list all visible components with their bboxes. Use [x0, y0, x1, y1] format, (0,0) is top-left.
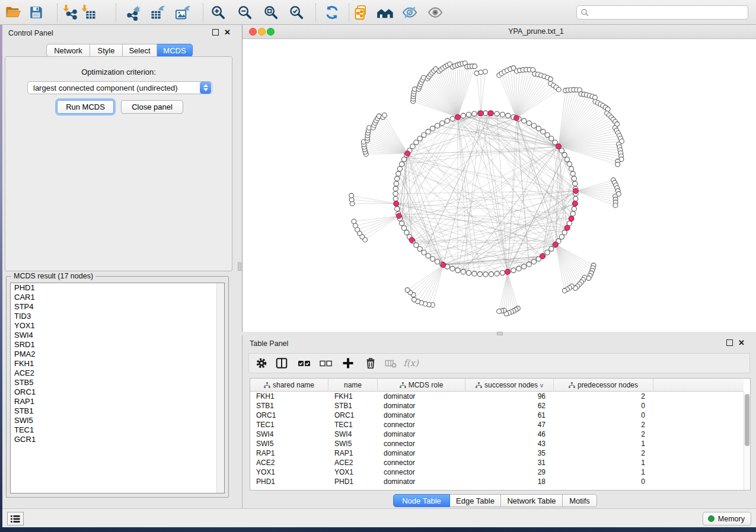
float-panel-icon[interactable]	[212, 29, 219, 36]
column-header[interactable]: predecessor nodes	[554, 379, 653, 392]
close-panel-icon[interactable]: ✕	[738, 339, 745, 346]
search-input[interactable]	[589, 8, 748, 17]
tab-edge-table[interactable]: Edge Table	[450, 494, 501, 507]
table-row[interactable]: SWI4SWI4dominator462	[250, 430, 744, 439]
network-canvas[interactable]	[243, 39, 756, 332]
search-field[interactable]	[576, 5, 748, 20]
columns-icon[interactable]	[273, 355, 291, 371]
refresh-icon[interactable]	[322, 3, 342, 22]
list-item[interactable]: RAP1	[11, 397, 224, 406]
show-eye-icon[interactable]	[425, 3, 445, 22]
table-cell: 29	[465, 467, 554, 477]
trash-icon[interactable]	[362, 355, 379, 371]
table-cell: 2	[554, 392, 653, 401]
table-cell: 43	[465, 439, 554, 448]
export-image-icon[interactable]	[173, 3, 193, 22]
table-cell: connector	[378, 458, 465, 467]
table-row[interactable]: STB1STB1dominator620	[250, 401, 744, 411]
attribute-type-icon	[569, 382, 575, 389]
list-item[interactable]: GCR1	[11, 435, 224, 444]
minimize-window-icon[interactable]	[258, 28, 266, 36]
list-item[interactable]: STB1	[11, 406, 224, 416]
tab-mcds[interactable]: MCDS	[157, 44, 193, 57]
tab-network-table[interactable]: Network Table	[501, 494, 563, 507]
list-item[interactable]: ACE2	[11, 368, 224, 378]
table-row[interactable]: TEC1TEC1connector472	[250, 420, 744, 430]
import-table-icon[interactable]	[79, 3, 99, 22]
list-item[interactable]: YOX1	[11, 321, 224, 331]
optimization-criterion-select[interactable]: largest connected component (undirected)	[27, 81, 212, 94]
open-folder-icon[interactable]	[3, 3, 23, 22]
zoom-out-icon[interactable]	[235, 3, 255, 22]
clone-network-icon[interactable]	[351, 3, 371, 22]
add-icon[interactable]	[339, 355, 357, 371]
attribute-type-icon	[400, 382, 406, 389]
tab-motifs[interactable]: Motifs	[563, 494, 597, 507]
table-row[interactable]: RAP1RAP1dominator352	[250, 448, 744, 458]
list-item[interactable]: PHD1	[11, 283, 224, 293]
table-row[interactable]: FKH1FKH1dominator962	[250, 392, 744, 401]
table-row[interactable]: ACE2ACE2connector311	[250, 458, 744, 467]
close-window-icon[interactable]	[249, 28, 257, 36]
export-network-icon[interactable]	[123, 3, 143, 22]
tab-style[interactable]: Style	[90, 44, 123, 57]
run-mcds-button[interactable]: Run MCDS	[57, 100, 114, 114]
tab-network[interactable]: Network	[46, 44, 90, 57]
memory-button[interactable]: Memory	[703, 512, 751, 525]
close-panel-icon[interactable]: ✕	[224, 29, 231, 36]
table-cell: connector	[378, 420, 465, 430]
list-item[interactable]: SWI5	[11, 416, 224, 425]
table-cell: YOX1	[250, 467, 328, 477]
splitter-grip[interactable]	[238, 262, 241, 271]
gear-icon[interactable]	[253, 355, 270, 371]
export-table-icon[interactable]	[148, 3, 168, 22]
list-item[interactable]: STP4	[11, 302, 224, 312]
tab-node-table[interactable]: Node Table	[393, 494, 450, 507]
network-window: YPA_prune.txt_1	[242, 25, 756, 332]
network-titlebar: YPA_prune.txt_1	[243, 25, 756, 39]
maximize-window-icon[interactable]	[267, 28, 275, 36]
zoom-in-icon[interactable]	[208, 3, 228, 22]
list-item[interactable]: TID3	[11, 312, 224, 321]
list-item[interactable]: PMA2	[11, 350, 224, 359]
deselect-all-icon[interactable]	[317, 355, 334, 371]
vertical-splitter[interactable]	[237, 25, 242, 508]
memory-status-icon	[708, 515, 714, 522]
table-row[interactable]: SWI5SWI5connector431	[250, 439, 744, 448]
save-icon[interactable]	[26, 3, 46, 22]
tab-select[interactable]: Select	[123, 44, 157, 57]
list-item[interactable]: SRD1	[11, 340, 224, 350]
column-header[interactable]: name	[328, 379, 378, 392]
mcds-result-list[interactable]: PHD1CAR1STP4TID3YOX1SWI4SRD1PMA2FKH1ACE2…	[10, 283, 225, 493]
list-item[interactable]: ORC1	[11, 387, 224, 397]
table-row[interactable]: ORC1ORC1dominator610	[250, 411, 744, 420]
select-all-icon[interactable]	[295, 355, 313, 371]
table-cell: ORC1	[250, 411, 328, 420]
import-network-icon[interactable]	[60, 3, 81, 22]
desktop-wallpaper: Control Panel ✕ Network Style Select MCD…	[0, 0, 756, 532]
list-item[interactable]: CAR1	[11, 293, 224, 302]
list-item[interactable]: SWI4	[11, 331, 224, 340]
table-scrollbar[interactable]	[744, 392, 750, 490]
list-item[interactable]: FKH1	[11, 359, 224, 368]
table-cell: 1	[554, 467, 653, 477]
table-row[interactable]: PHD1PHD1dominator180	[250, 477, 744, 486]
scrollbar-thumb[interactable]	[745, 394, 749, 446]
hide-eye-icon[interactable]	[400, 3, 420, 22]
table-cell: 35	[465, 448, 554, 458]
table-panel-title: Table Panel	[250, 339, 288, 348]
float-panel-icon[interactable]	[726, 339, 733, 346]
task-list-button[interactable]	[7, 512, 24, 525]
list-scrollbar[interactable]	[216, 283, 224, 493]
column-header[interactable]: shared name	[250, 379, 328, 392]
table-cell: 62	[465, 401, 554, 411]
list-item[interactable]: STB5	[11, 378, 224, 387]
table-row[interactable]: YOX1YOX1connector291	[250, 467, 744, 477]
close-panel-button[interactable]: Close panel	[121, 100, 183, 114]
column-header[interactable]: MCDS role	[378, 379, 465, 392]
list-item[interactable]: TEC1	[11, 425, 224, 435]
zoom-selected-icon[interactable]	[286, 3, 307, 22]
houses-icon[interactable]	[375, 3, 395, 22]
zoom-fit-icon[interactable]	[261, 3, 281, 22]
column-header[interactable]: successor nodesv	[465, 379, 554, 392]
